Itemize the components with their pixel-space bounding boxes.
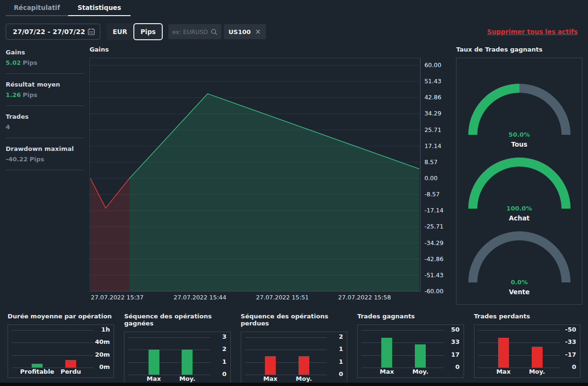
x-axis-tick: 27.07.2022 15:51	[256, 294, 309, 301]
y-axis-tick: 0	[326, 370, 343, 377]
bar-chart-winning-trades: Trades gagnants5033170MaxMoy.	[357, 313, 464, 385]
gridline	[478, 355, 560, 356]
stat-unit: Pips	[30, 156, 44, 163]
category-label: Moy.	[166, 375, 209, 382]
y-axis-tick: 25.71	[424, 126, 441, 133]
bar-chart-winning-streak: Séquence des opérations gagnées3210MaxMo…	[124, 313, 230, 385]
stat-value: 1.26	[6, 91, 21, 98]
bar-max	[149, 350, 159, 375]
bar-chart-title: Trades perdants	[474, 313, 580, 320]
y-axis-tick: 0	[443, 363, 460, 370]
gauge-track	[473, 236, 566, 283]
gauge-percent: 50.0%	[468, 131, 570, 138]
gauge-label: Vente	[468, 288, 570, 296]
bar-chart-plot[interactable]: -50-33-170MaxMoy.	[474, 325, 580, 378]
win-rate-gauges[interactable]: 50.0%Tous100.0%Achat0.0%Vente	[456, 58, 582, 305]
bar-chart-avg-duration: Durée moyenne par opération1h40m20m0mPro…	[8, 313, 114, 385]
gauge-achat: 100.0%Achat	[468, 157, 570, 228]
bar-max	[498, 338, 509, 368]
y-axis-tick: 3	[210, 333, 227, 340]
gridline	[128, 337, 210, 338]
gains-chart-panel: Gains 60.0051.4342.8634.2925.7117.148.57…	[89, 46, 443, 305]
area-fill-red	[90, 178, 130, 291]
gauge-vente: 0.0%Vente	[468, 230, 570, 302]
stat-drawdown: Drawdown maximal -40.22Pips	[6, 145, 84, 163]
y-axis-tick: 50	[443, 326, 460, 333]
remove-asset-icon[interactable]: ×	[255, 28, 261, 35]
gridline	[361, 330, 443, 331]
gauge-track	[473, 162, 566, 209]
tab-recapitulatif[interactable]: Récapitulatif	[6, 0, 68, 16]
gridline	[245, 362, 327, 363]
y-axis-tick: 17.14	[424, 142, 441, 149]
y-axis-tick: 20m	[93, 351, 110, 358]
bar-moy	[532, 347, 543, 368]
category-label: Moy.	[516, 368, 558, 375]
asset-chip-us100[interactable]: US100 ×	[224, 24, 266, 39]
gauge-arc	[468, 157, 570, 210]
unit-option-eur[interactable]: EUR	[106, 23, 133, 40]
gridline	[361, 355, 443, 356]
y-axis-tick: -25.71	[424, 223, 443, 230]
stat-label: Gains	[6, 49, 84, 56]
y-axis-tick: -17.14	[424, 207, 443, 214]
stat-unit: Pips	[23, 91, 37, 98]
y-axis-tick: 33	[443, 338, 460, 345]
bar-chart-title: Séquence des opérations gagnées	[124, 313, 230, 327]
category-label: Moy.	[399, 368, 442, 375]
gridline	[128, 350, 210, 350]
stat-unit: Pips	[23, 59, 37, 66]
content-row: Gains 5.02Pips Résultat moyen 1.26Pips T…	[6, 46, 582, 305]
bottom-charts-row: Durée moyenne par opération1h40m20m0mPro…	[8, 313, 580, 385]
y-axis-tick: 0m	[93, 363, 110, 370]
bar-perdu	[65, 360, 76, 368]
y-axis-tick: 34.29	[424, 110, 441, 117]
gauge-percent: 0.0%	[468, 279, 570, 286]
date-range-value: 27/07/22 - 27/07/22	[13, 28, 85, 35]
bar-chart-plot[interactable]: 2110MaxMoy.	[241, 332, 347, 385]
y-axis-tick: 40m	[93, 338, 110, 345]
x-axis-tick: 27.07.2022 15:58	[338, 294, 391, 301]
date-range-picker[interactable]: 27/07/22 - 27/07/22	[6, 24, 100, 40]
x-axis-tick: 27.07.2022 15:37	[91, 294, 144, 301]
y-axis-tick: 1	[326, 345, 343, 352]
bar-chart-title: Trades gagnants	[357, 313, 464, 320]
y-axis-tick: 60.00	[424, 61, 441, 69]
bar-chart-plot[interactable]: 1h40m20m0mProfitablePerdu	[8, 325, 114, 378]
gridline	[128, 362, 210, 363]
divider	[6, 138, 84, 138]
y-axis-tick: 1h	[93, 326, 110, 333]
gains-line-chart[interactable]: 60.0051.4342.8634.2925.7117.148.570.00-8…	[89, 58, 443, 302]
bar-chart-plot[interactable]: 3210MaxMoy.	[124, 332, 230, 385]
symbol-search-input[interactable]: ex: EURUSD	[168, 24, 221, 39]
clear-all-assets-link[interactable]: Supprimer tous les actifs	[487, 28, 578, 35]
unit-option-pips[interactable]: Pips	[133, 23, 163, 40]
gauge-arc	[468, 230, 570, 283]
gridline	[361, 342, 443, 343]
calendar-icon	[88, 28, 95, 35]
gauge-label: Achat	[468, 214, 570, 222]
gridline	[245, 337, 327, 338]
divider	[6, 170, 84, 170]
y-axis-tick: 42.86	[424, 94, 441, 101]
divider	[6, 73, 84, 74]
gauge-percent: 100.0%	[468, 205, 570, 212]
stat-label: Trades	[6, 113, 84, 120]
gauge-tous: 50.0%Tous	[468, 83, 570, 154]
gridline	[12, 355, 94, 356]
x-axis-tick: 27.07.2022 15:44	[174, 294, 227, 301]
footer-strip	[0, 383, 588, 386]
unit-toggle: EUR Pips	[106, 23, 163, 40]
y-axis-tick: -17	[559, 351, 576, 358]
y-axis-tick: 2	[210, 345, 227, 352]
bar-moy	[298, 356, 309, 375]
search-placeholder: ex: EURUSD	[172, 28, 211, 35]
bar-moy	[182, 350, 193, 375]
y-axis-tick: 2	[326, 333, 343, 340]
gridline	[478, 330, 560, 331]
tab-statistiques[interactable]: Statistiques	[68, 0, 131, 16]
category-label: Perdu	[50, 368, 92, 375]
y-axis-tick: -8.57	[424, 191, 439, 198]
bar-chart-plot[interactable]: 5033170MaxMoy.	[357, 325, 464, 378]
area-fill-green	[130, 94, 420, 291]
